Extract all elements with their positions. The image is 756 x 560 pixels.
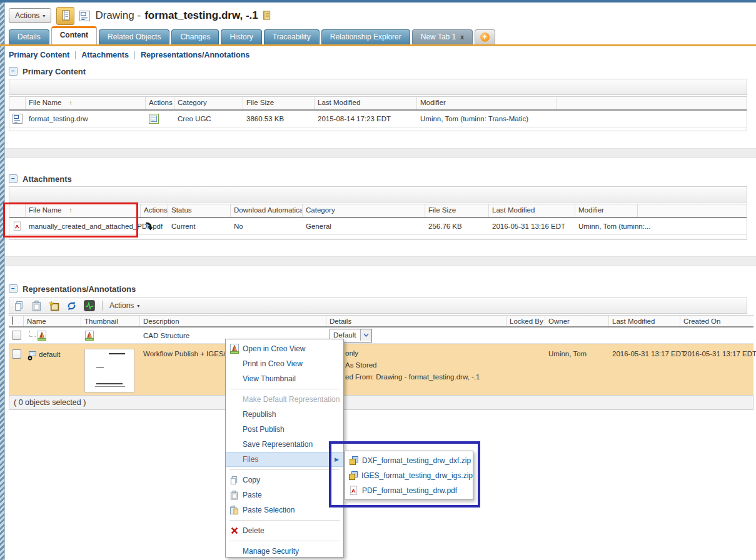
row-actions-icon[interactable] <box>149 114 159 124</box>
submenu-item-iges-zip[interactable]: IGES_format_testing_drw_igs.zip <box>345 468 473 483</box>
column-header-file-size[interactable]: File Size <box>243 97 315 109</box>
table-status-bar: ( 0 objects selected ) <box>9 395 753 410</box>
menu-item-delete[interactable]: Delete <box>226 523 343 538</box>
menu-item-open-in-creo-view[interactable]: Open in Creo View <box>226 341 343 356</box>
section-divider <box>5 256 756 266</box>
menu-item-manage-security[interactable]: Manage Security <box>226 544 343 559</box>
context-menu: Open in Creo View Print in Creo View Vie… <box>225 339 344 558</box>
refresh-icon[interactable] <box>66 301 77 311</box>
copy-icon[interactable] <box>14 301 24 311</box>
collapse-section-icon[interactable]: − <box>9 284 18 293</box>
column-header-locked-by[interactable]: Locked By <box>507 316 545 326</box>
column-header-file-size[interactable]: File Size <box>425 204 489 217</box>
column-header-last-modified[interactable]: Last Modified <box>609 316 680 326</box>
collapse-section-icon[interactable]: − <box>9 67 18 76</box>
tab-related-objects[interactable]: Related Objects <box>99 29 169 44</box>
top-border-strip <box>0 0 756 2</box>
menu-item-print-in-creo-view[interactable]: Print in Creo View <box>226 356 343 371</box>
column-header-file-name[interactable]: File Name↑ <box>26 97 146 109</box>
column-header-actions[interactable]: Actions <box>146 97 174 109</box>
paste-icon[interactable] <box>31 301 42 311</box>
attachments-heading: − Attachments <box>9 174 72 184</box>
column-header-modifier[interactable]: Modifier <box>417 97 557 109</box>
primary-content-heading: − Primary Content <box>9 66 86 76</box>
tab-content[interactable]: Content <box>51 26 97 44</box>
subnav-representations[interactable]: Representations/Annotations <box>141 51 249 59</box>
row-checkbox[interactable] <box>12 349 21 359</box>
column-header-modifier[interactable]: Modifier <box>575 204 638 217</box>
menu-item-post-publish[interactable]: Post Publish <box>226 422 343 437</box>
menu-item-save-representation[interactable]: Save Representation <box>226 437 343 452</box>
column-header-download-automatically[interactable]: Download Automatically <box>231 204 303 217</box>
header-actions-button[interactable]: Actions ▾ <box>9 8 51 23</box>
menu-item-paste-selection[interactable]: Paste Selection <box>226 502 343 518</box>
column-header-blank <box>557 97 747 109</box>
owner-cell: Uminn, Tom <box>545 344 609 396</box>
sort-asc-icon: ↑ <box>69 207 72 214</box>
table-row[interactable]: manually_created_and_attached_PDF.pdf Cu… <box>9 218 747 235</box>
menu-item-make-default-representation[interactable]: Make Default Representation <box>226 392 343 407</box>
column-header-details[interactable]: Details <box>326 316 507 326</box>
table-row-selected[interactable]: default Workflow Publish + IGES/D only A… <box>9 344 753 396</box>
column-header-description[interactable]: Description <box>140 316 326 326</box>
tab-changes[interactable]: Changes <box>171 29 219 44</box>
tab-traceability[interactable]: Traceability <box>264 29 320 44</box>
column-header-category[interactable]: Category <box>303 204 425 217</box>
column-header-owner[interactable]: Owner <box>545 316 609 326</box>
tab-history[interactable]: History <box>221 29 261 44</box>
row-actions-icon[interactable] <box>144 221 154 231</box>
column-header-last-modified[interactable]: Last Modified <box>315 97 417 109</box>
subnav-primary-content[interactable]: Primary Content <box>9 51 69 59</box>
column-header-name[interactable]: Name <box>24 316 81 326</box>
subnav-divider <box>134 51 135 59</box>
file-name-cell[interactable]: manually_created_and_attached_PDF.pdf <box>26 218 141 234</box>
notebook-toolbar-button[interactable] <box>56 7 74 25</box>
select-all-checkbox[interactable] <box>12 316 13 325</box>
creo-view-icon[interactable] <box>84 331 94 341</box>
details-line: As Stored <box>345 359 507 371</box>
sort-asc-icon: ↑ <box>69 99 72 106</box>
menu-item-copy[interactable]: Copy <box>226 472 343 488</box>
file-name-cell[interactable]: format_testing.drw <box>26 111 146 127</box>
add-tab-button[interactable]: + <box>475 29 495 44</box>
column-header-last-modified[interactable]: Last Modified <box>489 204 575 217</box>
tab-relationship-explorer[interactable]: Relationship Explorer <box>321 29 410 44</box>
table-row[interactable]: CAD Structure Default <box>9 328 753 344</box>
collapse-section-icon[interactable]: − <box>9 174 18 183</box>
menu-item-view-thumbnail[interactable]: View Thumbnail <box>226 371 343 386</box>
menu-item-republish[interactable]: Republish <box>226 407 343 422</box>
column-header-actions[interactable]: Actions <box>141 204 168 217</box>
header-actions-label: Actions <box>15 11 39 20</box>
column-header-thumbnail[interactable]: Thumbnail <box>81 316 140 326</box>
delete-icon <box>230 526 239 535</box>
thumbnail-sketch <box>95 386 125 387</box>
last-modified-cell: 2016-05-31 13:17 EDT <box>609 344 680 396</box>
status-cell: Current <box>168 218 231 234</box>
representation-name[interactable]: default <box>39 351 61 358</box>
job-monitor-icon[interactable] <box>84 300 95 311</box>
representation-thumbnail[interactable] <box>84 349 134 392</box>
new-representation-icon[interactable] <box>49 301 59 311</box>
column-header-file-name[interactable]: File Name↑ <box>26 204 141 217</box>
subnav-attachments[interactable]: Attachments <box>81 51 129 59</box>
column-header-created-on[interactable]: Created On <box>680 316 753 326</box>
copy-icon <box>229 476 239 485</box>
tab-details[interactable]: Details <box>9 29 49 44</box>
tab-new-tab-1[interactable]: New Tab 1 x <box>412 29 473 44</box>
category-cell: General <box>303 218 425 234</box>
menu-item-files[interactable]: Files ▶ <box>226 452 343 467</box>
drawing-type-icon <box>79 11 90 21</box>
row-checkbox[interactable] <box>12 331 21 340</box>
notebook-small-icon[interactable] <box>262 11 271 21</box>
representations-actions-button[interactable]: Actions ▾ <box>109 301 139 310</box>
creo-view-icon[interactable] <box>37 331 47 341</box>
column-header-category[interactable]: Category <box>174 97 243 109</box>
section-title: Primary Content <box>23 67 86 76</box>
close-tab-icon[interactable]: x <box>460 34 464 41</box>
column-header-status[interactable]: Status <box>168 204 231 217</box>
menu-item-paste[interactable]: Paste <box>226 488 343 502</box>
table-row[interactable]: format_testing.drw Creo UGC 3860.53 KB 2… <box>9 111 747 128</box>
tab-accent-line <box>0 44 756 46</box>
submenu-item-pdf[interactable]: PDF_format_testing_drw.pdf <box>345 483 473 498</box>
submenu-item-dxf-zip[interactable]: DXF_format_testing_drw_dxf.zip <box>345 453 473 468</box>
